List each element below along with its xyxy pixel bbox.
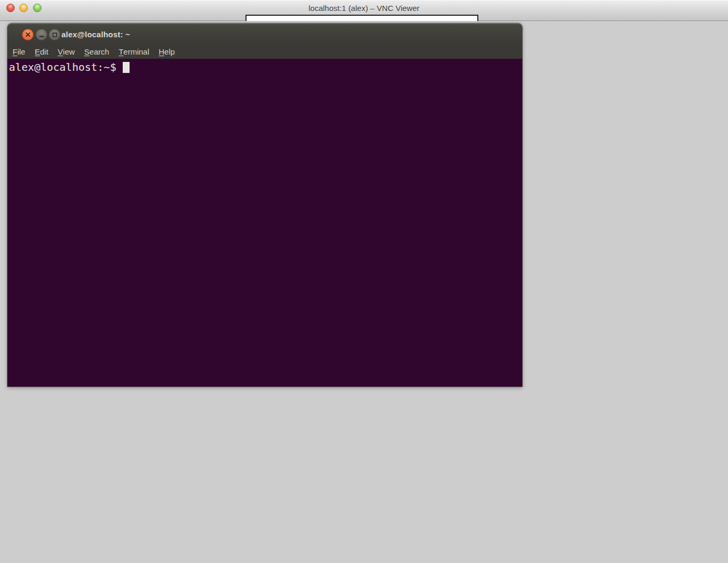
menu-view[interactable]: View bbox=[53, 44, 80, 59]
minimize-icon bbox=[39, 36, 44, 37]
terminal-screen[interactable]: alex@localhost:~$ bbox=[7, 59, 522, 387]
terminal-minimize-button[interactable] bbox=[36, 29, 47, 40]
menu-search[interactable]: Search bbox=[80, 44, 114, 59]
menu-edit[interactable]: Edit bbox=[30, 44, 53, 59]
terminal-cursor bbox=[123, 62, 130, 73]
vnc-toolbar-tab[interactable] bbox=[245, 15, 478, 21]
vnc-remote-desktop: ✕ alex@localhost: ~ File Edit View Searc… bbox=[0, 22, 728, 563]
vnc-viewer-titlebar: localhost:1 (alex) – VNC Viewer bbox=[0, 0, 728, 21]
vnc-viewer-window-title: localhost:1 (alex) – VNC Viewer bbox=[0, 4, 728, 13]
shell-prompt: alex@localhost:~$ bbox=[9, 61, 116, 73]
maximize-icon bbox=[52, 33, 57, 37]
terminal-titlebar[interactable]: ✕ alex@localhost: ~ bbox=[7, 23, 522, 44]
menu-file[interactable]: File bbox=[8, 44, 30, 59]
terminal-maximize-button[interactable] bbox=[49, 29, 60, 40]
close-icon: ✕ bbox=[25, 31, 31, 38]
terminal-close-button[interactable]: ✕ bbox=[22, 29, 34, 40]
terminal-window-title: alex@localhost: ~ bbox=[61, 30, 130, 39]
terminal-menubar: File Edit View Search Terminal Help bbox=[7, 44, 522, 59]
menu-terminal[interactable]: Terminal bbox=[114, 44, 154, 59]
shell-prompt-line: alex@localhost:~$ bbox=[9, 61, 522, 73]
terminal-window: ✕ alex@localhost: ~ File Edit View Searc… bbox=[7, 23, 522, 387]
menu-help[interactable]: Help bbox=[154, 44, 179, 59]
